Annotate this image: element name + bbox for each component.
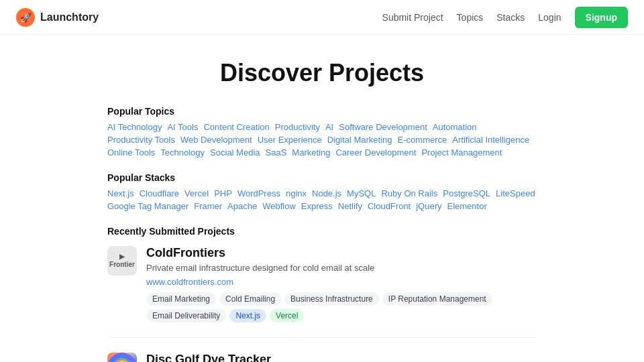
svg-text:🚀: 🚀 bbox=[20, 12, 32, 23]
topic-tag[interactable]: E-commerce bbox=[398, 135, 447, 145]
header: 🚀 Launchtory Submit Project Topics Stack… bbox=[0, 0, 644, 35]
signup-button[interactable]: Signup bbox=[575, 7, 628, 28]
project-info-discgolf: Disc Golf Dye Tracker Track your disc dy… bbox=[146, 353, 537, 362]
topic-tag[interactable]: AI Technology bbox=[107, 122, 162, 132]
stack-tag[interactable]: Vercel bbox=[184, 188, 209, 198]
stack-tag[interactable]: jQuery bbox=[416, 201, 441, 211]
topic-tag[interactable]: User Experience bbox=[258, 135, 322, 145]
popular-topics-heading: Popular Topics bbox=[107, 106, 537, 117]
topic-tag[interactable]: Online Tools bbox=[107, 147, 155, 158]
topic-tag[interactable]: Web Development bbox=[180, 135, 252, 145]
topic-tag[interactable]: Productivity Tools bbox=[107, 135, 175, 145]
stack-tag[interactable]: Netlify bbox=[338, 201, 362, 211]
project-card-coldfrontiers: ▶ Frontier ColdFrontiers Private email i… bbox=[107, 246, 537, 322]
project-card-discgolf: Disc Golf Dye Tracker Track your disc dy… bbox=[107, 353, 537, 362]
stack-tag[interactable]: LiteSpeed bbox=[496, 188, 535, 198]
topic-tag[interactable]: Career Development bbox=[335, 147, 416, 158]
main-content: Discover Projects Popular Topics AI Tech… bbox=[94, 35, 550, 362]
logo-text: Launchtory bbox=[40, 11, 99, 23]
logo-icon: 🚀 bbox=[16, 8, 35, 27]
topic-tag[interactable]: Social Media bbox=[210, 147, 260, 158]
project-logo-discgolf bbox=[107, 353, 137, 362]
stack-tag[interactable]: nginx bbox=[286, 188, 307, 198]
stack-tag[interactable]: PostgreSQL bbox=[443, 188, 490, 198]
discgolf-logo-svg bbox=[107, 353, 137, 362]
project-url-coldfrontiers[interactable]: www.coldfrontiers.com bbox=[146, 277, 537, 287]
logo[interactable]: 🚀 Launchtory bbox=[16, 8, 99, 27]
stack-tag[interactable]: Elementor bbox=[447, 201, 487, 211]
page-title: Discover Projects bbox=[107, 59, 537, 87]
tag-cold-emailing[interactable]: Cold Emailing bbox=[219, 292, 281, 306]
tag-vercel[interactable]: Vercel bbox=[270, 309, 304, 322]
stack-tag[interactable]: Webflow bbox=[262, 201, 296, 211]
popular-topics-tags: AI TechnologyAI ToolsContent CreationPro… bbox=[107, 122, 537, 158]
tag-email-deliverability[interactable]: Email Deliverability bbox=[146, 309, 226, 322]
topic-tag[interactable]: Project Management bbox=[421, 147, 502, 158]
stack-tag[interactable]: Framer bbox=[194, 201, 222, 211]
project-name-discgolf: Disc Golf Dye Tracker bbox=[146, 353, 537, 362]
stack-tag[interactable]: Node.js bbox=[312, 188, 341, 198]
header-nav: Submit Project Topics Stacks Login Signu… bbox=[382, 7, 628, 28]
stack-tag[interactable]: Next.js bbox=[107, 188, 134, 198]
popular-topics-section: Popular Topics AI TechnologyAI ToolsCont… bbox=[107, 106, 537, 158]
tag-ip-rep[interactable]: IP Reputation Management bbox=[382, 292, 492, 306]
topic-tag[interactable]: Marketing bbox=[292, 147, 330, 158]
stack-tag[interactable]: Express bbox=[301, 201, 333, 211]
login-button[interactable]: Login bbox=[538, 12, 561, 23]
project-info-coldfrontiers: ColdFrontiers Private email infrastructu… bbox=[146, 246, 537, 322]
popular-stacks-section: Popular Stacks Next.jsCloudflareVercelPH… bbox=[107, 172, 537, 211]
svg-point-2 bbox=[107, 353, 137, 362]
stack-tag[interactable]: Google Tag Manager bbox=[107, 201, 189, 211]
topic-tag[interactable]: Automation bbox=[433, 122, 477, 132]
nav-stacks[interactable]: Stacks bbox=[496, 12, 525, 23]
stack-tag[interactable]: Apache bbox=[227, 201, 257, 211]
popular-stacks-tags: Next.jsCloudflareVercelPHPWordPressnginx… bbox=[107, 188, 537, 211]
divider-1 bbox=[107, 337, 537, 338]
topic-tag[interactable]: Technology bbox=[160, 147, 205, 158]
project-desc-coldfrontiers: Private email infrastructure designed fo… bbox=[146, 262, 537, 274]
tag-email-marketing[interactable]: Email Marketing bbox=[146, 292, 216, 306]
recent-projects-section: Recently Submitted Projects ▶ Frontier C… bbox=[107, 226, 537, 362]
stack-tag[interactable]: CloudFront bbox=[368, 201, 411, 211]
stack-tag[interactable]: PHP bbox=[214, 188, 232, 198]
stack-tag[interactable]: WordPress bbox=[237, 188, 280, 198]
stack-tag[interactable]: MySQL bbox=[347, 188, 376, 198]
topic-tag[interactable]: Productivity bbox=[275, 122, 320, 132]
project-tags-coldfrontiers: Email Marketing Cold Emailing Business I… bbox=[146, 292, 537, 322]
nav-submit[interactable]: Submit Project bbox=[382, 12, 443, 23]
topic-tag[interactable]: Digital Marketing bbox=[327, 135, 392, 145]
tag-nextjs[interactable]: Next.js bbox=[229, 309, 266, 322]
stack-tag[interactable]: Ruby On Rails bbox=[381, 188, 437, 198]
stack-tag[interactable]: Cloudflare bbox=[140, 188, 179, 198]
project-logo-coldfrontiers: ▶ Frontier bbox=[107, 246, 137, 276]
popular-stacks-heading: Popular Stacks bbox=[107, 172, 537, 183]
topic-tag[interactable]: Software Development bbox=[339, 122, 427, 132]
topic-tag[interactable]: Content Creation bbox=[203, 122, 269, 132]
nav-topics[interactable]: Topics bbox=[457, 12, 484, 23]
topic-tag[interactable]: AI Tools bbox=[167, 122, 198, 132]
recent-projects-heading: Recently Submitted Projects bbox=[107, 226, 537, 237]
topic-tag[interactable]: SaaS bbox=[266, 147, 287, 158]
project-name-coldfrontiers: ColdFrontiers bbox=[146, 246, 537, 260]
topic-tag[interactable]: AI bbox=[325, 122, 333, 132]
topic-tag[interactable]: Artificial Intelligence bbox=[452, 135, 529, 145]
tag-business-infra[interactable]: Business Infrastructure bbox=[284, 292, 379, 306]
